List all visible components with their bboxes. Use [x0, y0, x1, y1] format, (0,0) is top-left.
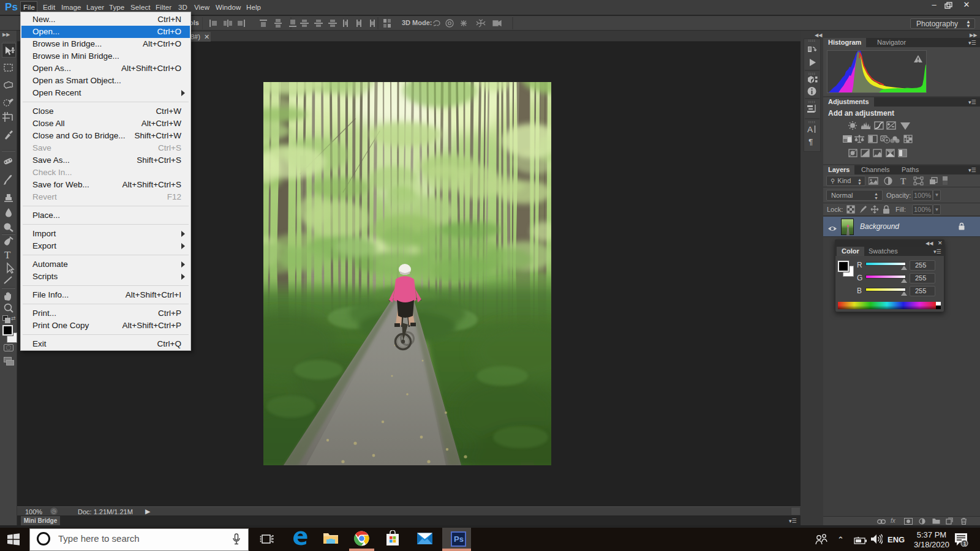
- svg-text:T: T: [4, 249, 11, 261]
- svg-text:¶: ¶: [809, 137, 813, 146]
- svg-text:T: T: [900, 177, 907, 186]
- svg-text:A: A: [807, 125, 813, 134]
- svg-text:1: 1: [963, 540, 967, 547]
